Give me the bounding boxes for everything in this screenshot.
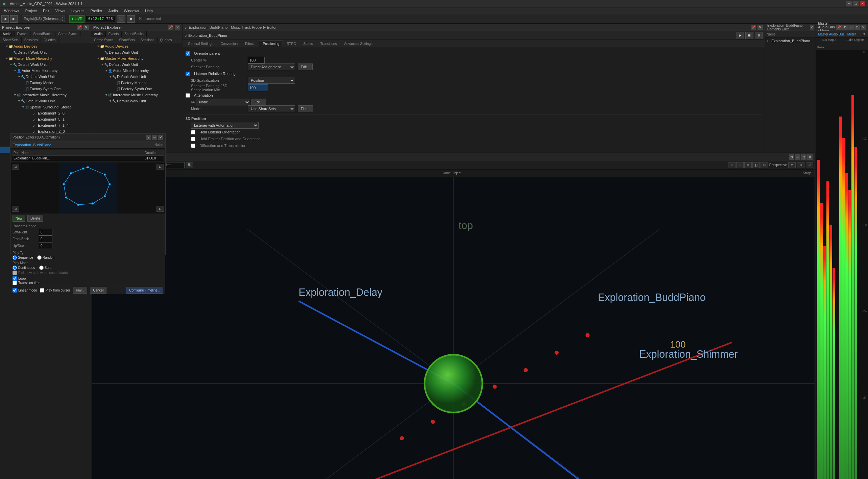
key-btn[interactable]: Key... [73, 287, 87, 294]
meter-close[interactable]: ✕ [861, 25, 866, 30]
contents-item[interactable]: ♪ Exploration_BuddPiano [765, 38, 816, 44]
second-explorer-close[interactable]: ✕ [175, 25, 180, 30]
header-controls[interactable]: 📌 ✕ [77, 25, 89, 30]
minimize-btn[interactable]: ─ [846, 1, 852, 6]
tab-soundbanks[interactable]: SoundBanks [30, 31, 55, 37]
view-expand-btn[interactable]: ⤢ [806, 162, 813, 168]
ud-input[interactable] [39, 242, 52, 249]
random-option[interactable]: Random [37, 255, 55, 260]
s-tree-audio-devices[interactable]: ▼ 📁 Audio Devices [91, 43, 182, 49]
speaker-panning-select[interactable]: Direct Assignment Balance Fade [248, 64, 295, 70]
menu-layouts[interactable]: Layouts [69, 7, 87, 14]
pos-close[interactable]: ✕ [158, 135, 163, 140]
lr-input[interactable] [39, 229, 52, 235]
s-tree-master[interactable]: ▼ 📁 Master-Mixer Hierarchy [91, 55, 182, 61]
s-tree-actor-default[interactable]: ▼ 🔧 Default Work Unit [91, 74, 182, 80]
left-explorer-pin[interactable]: 📌 [77, 25, 82, 30]
meter-pin[interactable]: 📌 [836, 25, 842, 30]
pos-help[interactable]: ? [146, 135, 151, 140]
tree-item-factory-synth[interactable]: 🎵 Factory Synth One [0, 86, 91, 92]
hold-emitter-checkbox[interactable] [191, 137, 195, 141]
nav-left-top[interactable]: ◄ [12, 164, 19, 170]
diffraction-checkbox[interactable] [191, 144, 195, 148]
menu-help[interactable]: Help [142, 7, 155, 14]
tab-queries[interactable]: Queries [41, 37, 58, 43]
view-btn-5[interactable]: ⊡ [761, 162, 768, 168]
second-tab-game-syncs[interactable]: Game Syncs [91, 37, 116, 43]
nav-arrows-tl[interactable]: ◄ [12, 164, 19, 170]
tab-positioning[interactable]: Positioning [259, 41, 283, 47]
attenuation-select[interactable]: None [196, 99, 250, 105]
forward-btn[interactable]: ▶ [10, 15, 18, 23]
obj-transport-play[interactable]: ▶ [737, 32, 744, 39]
menu-windows2[interactable]: Windows [121, 7, 142, 14]
tree-item-default-work-unit-2[interactable]: ▼ 🔧 Default Work Unit [0, 61, 91, 68]
linear-mode-checkbox[interactable] [13, 288, 17, 293]
override-parent-checkbox[interactable] [186, 51, 190, 56]
left-explorer-close[interactable]: ✕ [83, 25, 89, 30]
tree-item-factory-motion[interactable]: 🎵 Factory Motion [0, 80, 91, 86]
new-btn[interactable]: New [13, 215, 25, 222]
step-radio[interactable] [39, 266, 44, 270]
tab-states[interactable]: States [299, 41, 316, 47]
tree-item-excitement51[interactable]: ♪ Excitement_5_1 [0, 116, 91, 122]
configure-timeline-btn[interactable]: Configure Timeline... [126, 287, 163, 294]
menu-audio[interactable]: Audio [105, 7, 120, 14]
listener-automation-select[interactable]: Listener with Automation Emitter Emitter… [191, 122, 259, 129]
transport-record[interactable]: ⏺ [127, 15, 135, 23]
delete-btn[interactable]: Delete [27, 215, 43, 222]
tab-sharesets[interactable]: ShareSets [0, 37, 22, 43]
second-tab-audio[interactable]: Audio [91, 31, 106, 37]
s-tree-default2[interactable]: ▼ 🔧 Default Work Unit [91, 61, 182, 68]
nav-arrows-tr[interactable]: ► [156, 164, 164, 170]
second-tab-queries[interactable]: Queries [158, 37, 175, 43]
transition-checkbox[interactable] [13, 281, 17, 285]
pos-min[interactable]: ─ [152, 135, 157, 140]
second-tab-sessions[interactable]: Sessions [138, 37, 158, 43]
sequence-option[interactable]: Sequence [13, 255, 33, 260]
view-btn-4[interactable]: ◧ [752, 162, 760, 168]
menu-windows[interactable]: Windows [1, 7, 22, 14]
tree-item-interactive[interactable]: ▼ 🎼 Interactive Music Hierarchy [0, 92, 91, 98]
s-tree-interactive[interactable]: ▼ 🎼 Interactive Music Hierarchy [91, 92, 182, 98]
path-table-row[interactable]: Exploration_BuddPian... 01:00.0 [12, 156, 164, 161]
maximize-btn[interactable]: □ [853, 1, 859, 6]
bus-expand[interactable]: ▼ [863, 32, 866, 36]
tab-general[interactable]: General Settings [184, 41, 217, 47]
attenuation-checkbox[interactable] [186, 93, 190, 98]
nav-arrows-bl[interactable]: ◄ [12, 206, 19, 212]
tree-item-excitement20[interactable]: ♪ Excitement_2_0 [0, 110, 91, 116]
meter-min[interactable]: ─ [848, 25, 854, 30]
tree-item-master-mixer[interactable]: ▼ 📁 Master-Mixer Hierarchy [0, 55, 91, 61]
second-explorer-pin[interactable]: 📌 [168, 25, 173, 30]
tree-item-default-work-unit-1[interactable]: 🔧 Default Work Unit [0, 49, 91, 55]
tree-item-spatial[interactable]: ▼ 🎵 Spatial_Surround_Stereo [0, 104, 91, 110]
prop-pin[interactable]: 📌 [751, 25, 756, 30]
transport-stop[interactable]: ⬛ [117, 15, 125, 23]
viewer-min[interactable]: ─ [795, 154, 800, 160]
mix-input[interactable] [248, 84, 268, 91]
tab-transitions[interactable]: Transitions [317, 41, 341, 47]
meter-settings[interactable]: ⚙ [842, 25, 848, 30]
step-option[interactable]: Step [39, 266, 52, 270]
menu-edit[interactable]: Edit [40, 7, 52, 14]
nav-right-bottom[interactable]: ► [156, 206, 164, 212]
loop-checkbox[interactable] [13, 276, 17, 281]
center-pct-input[interactable] [248, 57, 265, 64]
s-tree-factory-motion[interactable]: 🎵 Factory Motion [91, 80, 182, 86]
view-btn-2[interactable]: ⊟ [736, 162, 744, 168]
random-radio[interactable] [37, 255, 42, 260]
viewer-max[interactable]: □ [801, 154, 806, 160]
play-from-cursor-checkbox[interactable] [40, 288, 44, 293]
obj-transport-pause[interactable]: ⏸ [755, 32, 763, 39]
back-btn[interactable]: ◀ [1, 15, 9, 23]
view-settings-btn[interactable]: ⚙ [797, 162, 804, 168]
view-btn-1[interactable]: ⊞ [728, 162, 736, 168]
window-controls[interactable]: ─ □ ✕ [846, 1, 865, 6]
s-tree-actor[interactable]: ▼ 👤 Actor-Mixer Hierarchy [91, 68, 182, 74]
close-btn[interactable]: ✕ [860, 1, 865, 6]
cancel-btn[interactable]: Cancel [90, 287, 106, 294]
mode-select[interactable]: Use ShareSets [248, 105, 295, 112]
lang-select[interactable]: English(US) (Reference...) [22, 16, 65, 22]
spatialization-select[interactable]: Position Position + Orientation [248, 77, 295, 84]
